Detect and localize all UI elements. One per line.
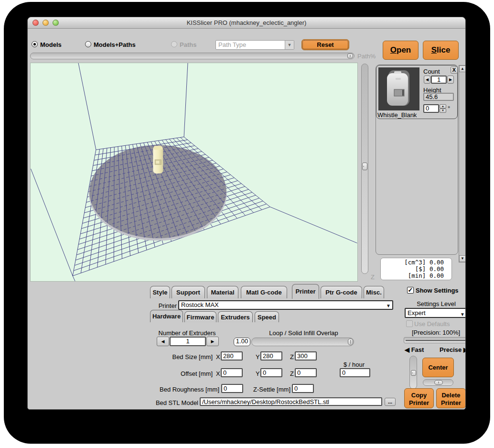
view-z-slider[interactable] [361, 64, 368, 274]
bed-y-label: Y [256, 353, 260, 361]
printer-select[interactable]: Rostock MAX ▼ [178, 300, 393, 310]
radio-models[interactable] [32, 41, 38, 47]
z-settle-label: Z-Settle [mm] [247, 386, 290, 393]
offset-z-input[interactable] [295, 368, 317, 377]
stat-time: [min] 0.00 [381, 273, 444, 279]
model-3d[interactable] [153, 146, 163, 174]
tab-material[interactable]: Material [207, 286, 238, 298]
precise-text: Precise [440, 346, 462, 353]
count-value[interactable]: 1 [431, 76, 447, 84]
model-card[interactable]: Whistle_Blank Count X ◀ 1 ▶ Height 45.6 … [376, 65, 458, 119]
pan-vertical-slider-handle[interactable] [411, 370, 416, 376]
rotation-value[interactable]: 0 [423, 104, 439, 113]
offset-y-input[interactable] [260, 368, 282, 377]
path-percent-label: Path% [357, 53, 376, 60]
dollar-hour-input[interactable] [340, 368, 370, 377]
bed-roughness-label: Bed Roughness [mm] [150, 386, 219, 393]
pan-vertical-slider[interactable] [409, 356, 417, 389]
print-stats-box: [cm^3] 0.00 [$] 0.00 [min] 0.00 [380, 258, 452, 280]
delete-printer-button[interactable]: Delete Printer [436, 388, 466, 408]
show-settings-label: Show Settings [416, 287, 459, 294]
count-increment-button[interactable]: ▶ [447, 76, 454, 84]
combo-arrow-icon: ▼ [460, 310, 465, 318]
precision-slider[interactable] [404, 337, 466, 343]
height-value: 45.6 [423, 93, 454, 101]
scroll-down-icon[interactable]: ▼ [459, 255, 466, 262]
view-z-slider-handle[interactable] [362, 163, 367, 170]
browse-bed-stl-button[interactable]: ... [385, 398, 396, 406]
viewport-z-label: Z [371, 273, 375, 281]
build-scene [31, 63, 357, 281]
remove-model-button[interactable]: X [451, 66, 458, 74]
overlap-slider[interactable] [251, 338, 354, 346]
pan-horizontal-slider-handle[interactable] [434, 380, 443, 385]
dollar-hour-label: $ / hour [337, 361, 371, 368]
offset-label: Offset [mm] [161, 370, 213, 377]
open-label: Open [383, 41, 418, 59]
bed-size-label: Bed Size [mm] [161, 353, 213, 361]
offset-z-label: Z [290, 370, 294, 377]
bed-y-input[interactable] [260, 351, 282, 361]
3d-viewport[interactable] [30, 63, 358, 282]
subtab-extruders[interactable]: Extruders [218, 311, 253, 322]
show-settings-checkbox[interactable]: ✓ [407, 287, 414, 294]
title-bar[interactable]: KISSlicer PRO (mhackney_eclectic_angler) [28, 17, 465, 29]
tab-support[interactable]: Support [172, 286, 205, 298]
radio-models-paths[interactable] [85, 41, 91, 47]
precision-slider-line [406, 340, 466, 341]
tab-misc[interactable]: Misc. [364, 286, 384, 298]
extruders-decrement-button[interactable]: ◀ [157, 337, 169, 346]
settings-level-select[interactable]: Expert ▼ [405, 308, 466, 318]
rotation-spinner[interactable]: ▲ ▼ [440, 104, 446, 113]
use-defaults-checkbox [406, 320, 413, 327]
center-label: Center [428, 364, 448, 371]
precision-label: [Precision: 100%] [403, 329, 466, 336]
z-settle-input[interactable] [292, 384, 314, 393]
scroll-up-icon[interactable]: ▲ [459, 66, 466, 72]
reset-button[interactable]: Reset [301, 39, 349, 50]
path-percent-slider-handle[interactable] [347, 54, 353, 58]
settings-level-label: Settings Level [405, 300, 466, 307]
subtab-speed[interactable]: Speed [255, 311, 279, 322]
fast-text: Fast [411, 346, 424, 353]
stat-cost: [$] 0.00 [381, 266, 444, 273]
copy-printer-button[interactable]: Copy Printer [404, 388, 434, 408]
stat-volume: [cm^3] 0.00 [381, 259, 444, 266]
tab-ptr-gcode[interactable]: Ptr G-code [321, 286, 362, 298]
overlap-value[interactable]: 1.00 [234, 338, 250, 346]
fast-label: ◀ Fast [405, 346, 424, 353]
extruders-increment-button[interactable]: ▶ [206, 337, 219, 346]
bed-stl-input[interactable] [200, 397, 382, 406]
pan-horizontal-slider[interactable] [423, 379, 453, 386]
path-type-value: Path Type [218, 41, 246, 48]
rotation-up-icon[interactable]: ▲ [440, 104, 446, 109]
path-percent-slider[interactable] [30, 53, 354, 59]
count-decrement-button[interactable]: ◀ [424, 76, 430, 84]
bed-stl-label: Bed STL Model [153, 399, 198, 406]
bed-z-label: Z [290, 353, 294, 361]
open-button[interactable]: Open [383, 41, 419, 60]
tab-style[interactable]: Style [150, 286, 170, 298]
slice-button[interactable]: Slice [423, 41, 459, 60]
bed-x-input[interactable] [221, 351, 243, 361]
count-label: Count [423, 68, 440, 75]
precise-label: Precise ▶ [440, 346, 466, 353]
offset-x-input[interactable] [221, 368, 243, 377]
bed-z-input[interactable] [295, 351, 317, 361]
rotation-down-icon[interactable]: ▼ [440, 109, 446, 113]
tab-matl-gcode[interactable]: Matl G-code [241, 286, 287, 298]
num-extruders-label: Number of Extruders [150, 329, 224, 337]
subtab-hardware[interactable]: Hardware [150, 310, 183, 322]
tab-printer[interactable]: Printer [292, 284, 319, 299]
model-list-scrollbar[interactable]: ▲ ▼ [459, 65, 466, 262]
copy-printer-label: Copy Printer [409, 392, 429, 406]
subtab-firmware[interactable]: Firmware [184, 311, 216, 322]
bed-roughness-input[interactable] [221, 384, 243, 393]
model-thumbnail[interactable] [378, 67, 419, 110]
extruders-value[interactable]: 1 [170, 337, 206, 346]
overlap-slider-handle[interactable] [348, 339, 353, 345]
offset-x-label: X [216, 370, 220, 377]
rotation-unit-label: ° [448, 105, 450, 112]
center-button[interactable]: Center [422, 358, 454, 377]
whistle-thumbnail-image [378, 67, 419, 110]
